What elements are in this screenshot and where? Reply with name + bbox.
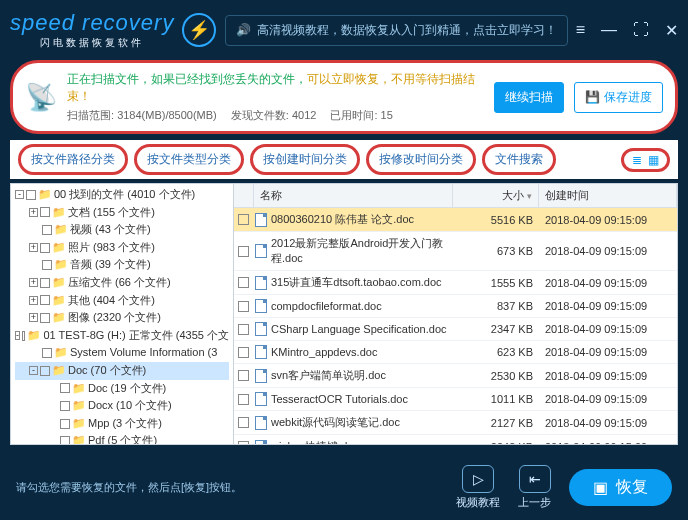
recover-button[interactable]: ▣ 恢复 (569, 469, 672, 506)
save-progress-button[interactable]: 💾保存进度 (574, 82, 663, 113)
tree-checkbox[interactable] (40, 243, 50, 253)
filter-tabs: 按文件路径分类 按文件类型分类 按创建时间分类 按修改时间分类 文件搜索 ≣ ▦ (10, 140, 678, 179)
tree-checkbox[interactable] (22, 331, 25, 341)
title-bar: speed recovery 闪电数据恢复软件 ⚡ 🔊 高清视频教程，数据恢复从… (0, 0, 688, 60)
tree-checkbox[interactable] (40, 366, 50, 376)
continue-scan-button[interactable]: 继续扫描 (494, 82, 564, 113)
file-checkbox[interactable] (238, 214, 249, 225)
tree-label: Mpp (3 个文件) (88, 415, 162, 433)
tree-checkbox[interactable] (40, 278, 50, 288)
tree-item[interactable]: 📁System Volume Information (3 (15, 344, 229, 362)
tree-item[interactable]: +📁压缩文件 (66 个文件) (15, 274, 229, 292)
file-row[interactable]: 315讲直通车dtsoft.taobao.com.doc1555 KB2018-… (234, 271, 677, 295)
tree-checkbox[interactable] (60, 383, 70, 393)
tree-item[interactable]: 📁Doc (19 个文件) (15, 380, 229, 398)
file-size: 837 KB (453, 296, 539, 316)
prev-step-button[interactable]: ⇤ 上一步 (518, 465, 551, 510)
file-row[interactable]: compdocfileformat.doc837 KB2018-04-09 09… (234, 295, 677, 318)
tree-item[interactable]: -📁Doc (70 个文件) (15, 362, 229, 380)
video-tutorial-button[interactable]: ▷ 视频教程 (456, 465, 500, 510)
tree-item[interactable]: 📁Docx (10 个文件) (15, 397, 229, 415)
expand-icon[interactable]: + (29, 243, 38, 252)
tree-checkbox[interactable] (60, 401, 70, 411)
folder-icon: 📁 (72, 397, 86, 415)
file-checkbox[interactable] (238, 277, 249, 288)
tree-item[interactable]: 📁音频 (39 个文件) (15, 256, 229, 274)
expand-icon[interactable]: + (29, 278, 38, 287)
tree-checkbox[interactable] (60, 436, 70, 445)
tree-checkbox[interactable] (40, 313, 50, 323)
expand-icon[interactable]: + (29, 313, 38, 322)
tree-item[interactable]: 📁Pdf (5 个文件) (15, 432, 229, 445)
file-checkbox[interactable] (238, 301, 249, 312)
maximize-icon[interactable]: ⛶ (633, 21, 649, 40)
minimize-icon[interactable]: — (601, 21, 617, 40)
file-row[interactable]: webkit源代码阅读笔记.doc2127 KB2018-04-09 09:15… (234, 411, 677, 435)
tab-by-type[interactable]: 按文件类型分类 (134, 144, 244, 175)
content-area: -📁00 找到的文件 (4010 个文件)+📁文档 (155 个文件)📁视频 (… (10, 183, 678, 445)
col-size[interactable]: 大小▾ (453, 184, 539, 207)
expand-icon[interactable]: - (15, 331, 20, 340)
file-checkbox[interactable] (238, 441, 249, 444)
file-row[interactable]: 2012最新完整版Android开发入门教程.doc673 KB2018-04-… (234, 232, 677, 271)
tab-by-created[interactable]: 按创建时间分类 (250, 144, 360, 175)
tree-item[interactable]: 📁视频 (43 个文件) (15, 221, 229, 239)
file-row[interactable]: winhex快捷键.doc2242 KB2018-04-09 09:15:09 (234, 435, 677, 444)
tree-item[interactable]: 📁Mpp (3 个文件) (15, 415, 229, 433)
view-toggle[interactable]: ≣ ▦ (621, 148, 670, 172)
tab-by-modified[interactable]: 按修改时间分类 (366, 144, 476, 175)
file-row[interactable]: CSharp Language Specification.doc2347 KB… (234, 318, 677, 341)
grid-view-icon[interactable]: ▦ (648, 153, 659, 167)
file-date: 2018-04-09 09:15:09 (539, 210, 677, 230)
tree-checkbox[interactable] (42, 225, 52, 235)
tree-item[interactable]: +📁图像 (2320 个文件) (15, 309, 229, 327)
footer: 请勾选您需要恢复的文件，然后点[恢复]按钮。 ▷ 视频教程 ⇤ 上一步 ▣ 恢复 (0, 454, 688, 520)
tree-label: 文档 (155 个文件) (68, 204, 155, 222)
file-checkbox[interactable] (238, 394, 249, 405)
expand-icon[interactable]: + (29, 296, 38, 305)
file-checkbox[interactable] (238, 347, 249, 358)
tree-item[interactable]: +📁照片 (983 个文件) (15, 239, 229, 257)
file-row[interactable]: TesseractOCR Tutorials.doc1011 KB2018-04… (234, 388, 677, 411)
folder-icon: 📁 (72, 380, 86, 398)
expand-icon[interactable]: + (29, 208, 38, 217)
file-size: 623 KB (453, 342, 539, 362)
file-row[interactable]: svn客户端简单说明.doc2530 KB2018-04-09 09:15:09 (234, 364, 677, 388)
tree-item[interactable]: -📁01 TEST-8G (H:) 正常文件 (4355 个文 (15, 327, 229, 345)
file-list-body[interactable]: 0800360210 陈伟基 论文.doc5516 KB2018-04-09 0… (234, 208, 677, 444)
tree-item[interactable]: -📁00 找到的文件 (4010 个文件) (15, 186, 229, 204)
file-checkbox[interactable] (238, 246, 249, 257)
folder-icon: 📁 (72, 415, 86, 433)
promo-banner[interactable]: 🔊 高清视频教程，数据恢复从入门到精通，点击立即学习！ (225, 15, 568, 46)
file-size: 2530 KB (453, 366, 539, 386)
file-row[interactable]: 0800360210 陈伟基 论文.doc5516 KB2018-04-09 0… (234, 208, 677, 232)
file-row[interactable]: KMintro_appdevs.doc623 KB2018-04-09 09:1… (234, 341, 677, 364)
file-checkbox[interactable] (238, 370, 249, 381)
folder-icon: 📁 (38, 186, 52, 204)
tree-item[interactable]: +📁其他 (404 个文件) (15, 292, 229, 310)
file-size: 1011 KB (453, 389, 539, 409)
col-date[interactable]: 创建时间 (539, 184, 677, 207)
expand-icon[interactable]: - (15, 190, 24, 199)
menu-icon[interactable]: ≡ (576, 21, 585, 40)
tree-checkbox[interactable] (42, 260, 52, 270)
file-date: 2018-04-09 09:15:09 (539, 296, 677, 316)
folder-tree[interactable]: -📁00 找到的文件 (4010 个文件)+📁文档 (155 个文件)📁视频 (… (10, 183, 234, 445)
back-icon: ⇤ (529, 471, 541, 487)
tree-label: 其他 (404 个文件) (68, 292, 155, 310)
tree-checkbox[interactable] (60, 419, 70, 429)
list-view-icon[interactable]: ≣ (632, 153, 642, 167)
tree-item[interactable]: +📁文档 (155 个文件) (15, 204, 229, 222)
expand-icon[interactable]: - (29, 366, 38, 375)
tree-checkbox[interactable] (40, 207, 50, 217)
folder-icon: 📁 (54, 221, 68, 239)
col-name[interactable]: 名称 (254, 184, 453, 207)
tab-by-path[interactable]: 按文件路径分类 (18, 144, 128, 175)
file-checkbox[interactable] (238, 417, 249, 428)
file-checkbox[interactable] (238, 324, 249, 335)
tab-search[interactable]: 文件搜索 (482, 144, 556, 175)
close-icon[interactable]: ✕ (665, 21, 678, 40)
tree-checkbox[interactable] (40, 295, 50, 305)
tree-checkbox[interactable] (42, 348, 52, 358)
tree-checkbox[interactable] (26, 190, 36, 200)
